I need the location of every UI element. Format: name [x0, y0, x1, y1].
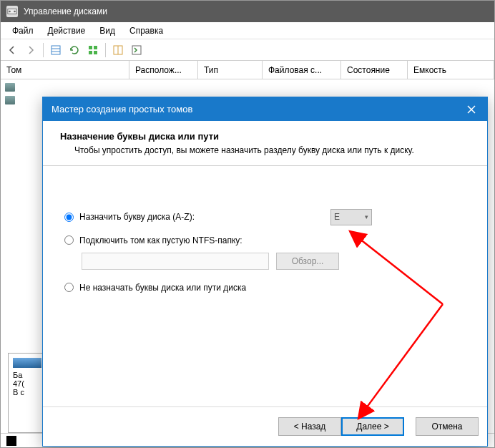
column-layout[interactable]: Располож... — [129, 61, 198, 79]
wizard-body: Назначить букву диска (A-Z): E ▾ Подключ… — [43, 166, 487, 406]
legend-swatch — [6, 436, 16, 446]
volume-icon — [5, 83, 15, 92]
wizard-footer: < Назад Далее > Отмена — [43, 406, 487, 446]
radio-mount-label[interactable]: Подключить том как пустую NTFS-папку: — [79, 235, 242, 245]
properties-button[interactable] — [128, 42, 145, 59]
back-button[interactable]: < Назад — [278, 417, 341, 436]
drive-letter-value: E — [334, 212, 340, 222]
svg-rect-8 — [89, 51, 92, 54]
svg-rect-6 — [89, 46, 92, 49]
column-type[interactable]: Тип — [198, 61, 263, 79]
svg-rect-7 — [94, 46, 97, 49]
radio-assign-label[interactable]: Назначить букву диска (A-Z): — [79, 212, 195, 222]
browse-button: Обзор... — [276, 253, 339, 270]
app-icon — [6, 6, 18, 17]
toolbar — [1, 39, 494, 61]
back-button[interactable] — [4, 42, 21, 59]
list-item[interactable] — [2, 81, 493, 94]
svg-rect-3 — [52, 46, 60, 54]
menu-help[interactable]: Справка — [122, 24, 170, 38]
volume-icon — [5, 96, 15, 104]
wizard-header-title: Назначение буквы диска или пути — [60, 131, 470, 142]
radio-mount-folder[interactable] — [64, 235, 74, 245]
radio-none-label[interactable]: Не назначать буквы диска или пути диска — [79, 283, 246, 293]
menu-view[interactable]: Вид — [92, 24, 122, 38]
view-button-1[interactable] — [47, 42, 64, 59]
close-button[interactable] — [456, 97, 487, 121]
toolbar-separator — [105, 43, 106, 57]
wizard-header: Назначение буквы диска или пути Чтобы уп… — [43, 121, 487, 165]
column-volume[interactable]: Том — [1, 61, 129, 79]
menu-action[interactable]: Действие — [41, 24, 93, 38]
column-status[interactable]: Состояние — [341, 61, 408, 79]
chevron-down-icon: ▾ — [365, 213, 368, 220]
view-button-3[interactable] — [109, 42, 127, 59]
radio-no-letter[interactable] — [64, 283, 74, 292]
wizard-dialog: Мастер создания простых томов Назначение… — [42, 97, 488, 447]
wizard-title: Мастер создания простых томов — [52, 104, 192, 115]
disk-icon — [13, 358, 41, 368]
forward-button[interactable] — [22, 42, 39, 59]
titlebar-text: Управление дисками — [24, 6, 107, 16]
column-capacity[interactable]: Емкость — [408, 61, 494, 79]
drive-letter-combo[interactable]: E ▾ — [330, 209, 372, 225]
svg-rect-9 — [94, 51, 97, 54]
wizard-titlebar: Мастер создания простых томов — [43, 97, 487, 121]
next-button[interactable]: Далее > — [341, 417, 404, 436]
svg-point-2 — [14, 11, 16, 13]
cancel-button[interactable]: Отмена — [416, 417, 479, 436]
menubar: Файл Действие Вид Справка — [1, 22, 494, 39]
refresh-button[interactable] — [66, 42, 83, 59]
view-button-2[interactable] — [84, 42, 102, 59]
radio-assign-letter[interactable] — [64, 213, 74, 222]
mount-path-input — [82, 253, 269, 270]
column-filesystem[interactable]: Файловая с... — [263, 61, 341, 79]
wizard-header-desc: Чтобы упростить доступ, вы можете назнач… — [60, 145, 470, 157]
menu-file[interactable]: Файл — [5, 24, 41, 38]
titlebar: Управление дисками — [1, 1, 494, 22]
svg-point-1 — [9, 11, 11, 13]
toolbar-separator — [43, 43, 44, 57]
table-header: Том Располож... Тип Файловая с... Состоя… — [1, 61, 494, 79]
